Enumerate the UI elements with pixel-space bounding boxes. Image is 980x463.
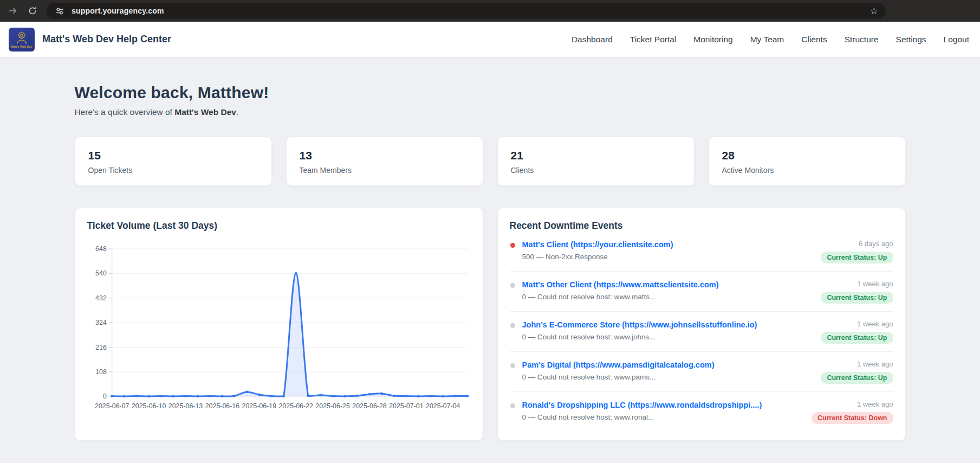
chart-title: Ticket Volume (Last 30 Days): [87, 220, 471, 232]
ticket-volume-panel: Ticket Volume (Last 30 Days) 01082163244…: [75, 208, 483, 441]
event-dot-icon: [510, 323, 515, 328]
svg-text:324: 324: [95, 319, 107, 326]
nav-settings[interactable]: Settings: [896, 35, 926, 44]
forward-icon[interactable]: [8, 5, 18, 16]
stat-label: Active Monitors: [722, 166, 892, 175]
event-link[interactable]: Matt's Other Client (https://www.mattscl…: [522, 280, 719, 289]
event-timestamp: 1 week ago: [821, 320, 893, 328]
event-dot-icon: [510, 403, 515, 408]
event-link[interactable]: Matt's Client (https://your.clientsite.c…: [522, 240, 673, 249]
svg-text:648: 648: [95, 245, 107, 253]
stat-card-active-monitors: 28 Active Monitors: [709, 137, 906, 186]
stat-label: Team Members: [300, 166, 470, 175]
address-bar[interactable]: support.youragency.com ☆: [47, 3, 886, 19]
stat-card-open-tickets: 15 Open Tickets: [75, 137, 272, 186]
stat-card-team-members: 13 Team Members: [286, 137, 483, 186]
svg-text:2025-06-28: 2025-06-28: [352, 402, 387, 410]
event-detail: 0 — Could not resolve host: www.matts...: [522, 293, 719, 301]
status-badge: Current Status: Up: [821, 252, 893, 263]
brand-name: Matt's Web Dev: [174, 107, 236, 117]
stat-card-clients: 21 Clients: [497, 137, 695, 186]
panels-row: Ticket Volume (Last 30 Days) 01082163244…: [75, 208, 906, 456]
event-timestamp: 1 week ago: [821, 280, 893, 288]
downtime-title: Recent Downtime Events: [510, 220, 893, 232]
line-chart-canvas: 01082163244325406482025-06-072025-06-102…: [87, 240, 471, 419]
event-detail: 0 — Could not resolve host: www.ronal...: [522, 413, 762, 421]
welcome-subtitle: Here's a quick overview of Matt's Web De…: [75, 107, 906, 117]
svg-text:2025-06-10: 2025-06-10: [131, 402, 166, 410]
event-dot-icon: [510, 283, 515, 288]
downtime-event-row: Pam's Digital (https://www.pamsdigitalca…: [510, 352, 893, 392]
status-badge: Current Status: Up: [821, 332, 893, 344]
main-nav: Dashboard Ticket Portal Monitoring My Te…: [572, 35, 971, 44]
event-timestamp: 1 week ago: [821, 360, 893, 368]
url-text[interactable]: support.youragency.com: [72, 7, 164, 15]
nav-clients[interactable]: Clients: [801, 35, 827, 44]
svg-text:2025-06-19: 2025-06-19: [242, 402, 276, 410]
svg-text:540: 540: [95, 269, 107, 277]
nav-ticket-portal[interactable]: Ticket Portal: [630, 35, 677, 44]
stat-value: 13: [300, 149, 470, 162]
stat-label: Clients: [511, 166, 681, 175]
stat-value: 28: [722, 149, 892, 162]
event-link[interactable]: Ronald's Dropshipping LLC (https://www.r…: [522, 401, 762, 409]
event-detail: 500 — Non-2xx Response: [522, 253, 673, 261]
event-link[interactable]: Pam's Digital (https://www.pamsdigitalca…: [522, 361, 715, 369]
welcome-heading: Welcome back, Matthew!: [75, 83, 906, 102]
nav-logout[interactable]: Logout: [944, 35, 969, 44]
stat-value: 15: [88, 149, 258, 162]
event-timestamp: 1 week ago: [812, 400, 893, 408]
stats-row: 15 Open Tickets 13 Team Members 21 Clien…: [75, 137, 906, 186]
svg-text:2025-07-04: 2025-07-04: [426, 402, 460, 410]
svg-text:2025-06-16: 2025-06-16: [205, 402, 239, 410]
event-link[interactable]: John's E-Commerce Store (https://www.joh…: [522, 320, 757, 329]
site-header: Matt's Web Dev Matt's Web Dev Help Cente…: [0, 22, 980, 57]
svg-text:2025-07-01: 2025-07-01: [389, 402, 424, 410]
stat-value: 21: [511, 149, 681, 162]
downtime-panel: Recent Downtime Events Matt's Client (ht…: [497, 208, 906, 441]
svg-text:108: 108: [95, 368, 107, 376]
site-settings-icon[interactable]: [54, 5, 65, 16]
svg-text:2025-06-22: 2025-06-22: [278, 402, 313, 410]
event-detail: 0 — Could not resolve host: www.pams...: [522, 373, 715, 381]
nav-dashboard[interactable]: Dashboard: [572, 35, 613, 44]
downtime-event-row: Ronald's Dropshipping LLC (https://www.r…: [510, 392, 893, 432]
svg-text:2025-06-07: 2025-06-07: [95, 402, 129, 410]
stat-label: Open Tickets: [88, 166, 258, 175]
site-title: Matt's Web Dev Help Center: [42, 34, 171, 45]
downtime-event-row: Matt's Client (https://your.clientsite.c…: [510, 232, 893, 272]
svg-text:432: 432: [95, 294, 107, 302]
logo-text: Matt's Web Dev: [11, 45, 33, 48]
svg-text:2025-06-25: 2025-06-25: [315, 402, 350, 410]
status-badge: Current Status: Up: [821, 372, 893, 384]
downtime-event-row: Matt's Other Client (https://www.mattscl…: [510, 272, 893, 312]
welcome-section: Welcome back, Matthew! Here's a quick ov…: [75, 83, 906, 117]
nav-my-team[interactable]: My Team: [750, 35, 784, 44]
nav-structure[interactable]: Structure: [845, 35, 879, 44]
downtime-event-row: John's E-Commerce Store (https://www.joh…: [510, 312, 893, 352]
refresh-icon[interactable]: [27, 5, 38, 16]
nav-monitoring[interactable]: Monitoring: [693, 35, 732, 44]
browser-toolbar: support.youragency.com ☆: [0, 0, 980, 22]
bookmark-star-icon[interactable]: ☆: [870, 7, 878, 16]
svg-text:216: 216: [95, 344, 107, 351]
svg-text:0: 0: [102, 393, 106, 400]
status-badge: Current Status: Up: [821, 292, 893, 304]
ticket-volume-chart: 01082163244325406482025-06-072025-06-102…: [87, 240, 471, 419]
svg-text:2025-06-13: 2025-06-13: [168, 402, 203, 410]
event-timestamp: 6 days ago: [821, 240, 893, 248]
event-detail: 0 — Could not resolve host: www.johns...: [522, 333, 757, 341]
dashboard-page: Welcome back, Matthew! Here's a quick ov…: [74, 83, 907, 456]
event-dot-icon: [510, 363, 515, 368]
site-logo[interactable]: Matt's Web Dev: [9, 28, 35, 52]
status-badge: Current Status: Down: [812, 412, 893, 424]
alert-dot-icon: [510, 243, 515, 248]
